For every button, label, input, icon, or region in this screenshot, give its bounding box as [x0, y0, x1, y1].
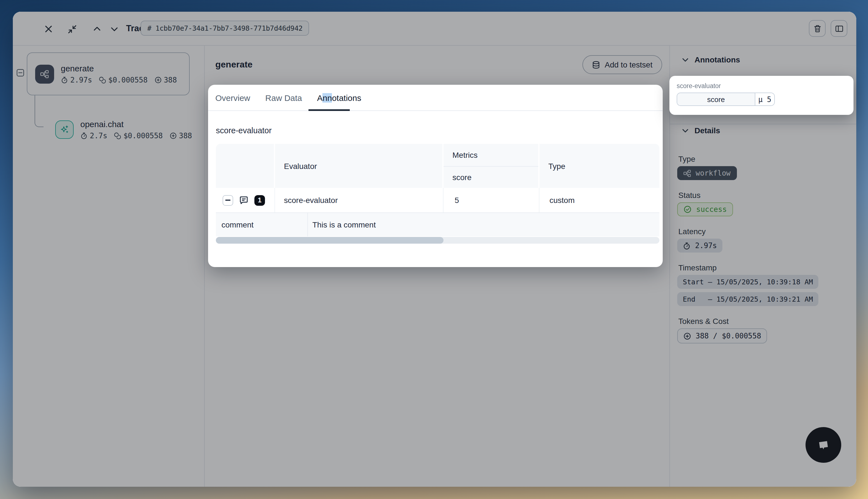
- comment-count-badge: 1: [254, 195, 265, 205]
- cell-evaluator: score-evaluator: [275, 188, 444, 212]
- cell-score: 5: [444, 188, 540, 212]
- tab-raw-data[interactable]: Raw Data: [265, 93, 302, 102]
- popover-evaluator-label: score-evaluator: [677, 83, 846, 89]
- score-metric-pill: score μ 5: [677, 93, 775, 106]
- comment-key-cell: comment: [216, 213, 308, 236]
- header-cell-metrics: Metrics score: [444, 144, 540, 188]
- tab-annotations[interactable]: Annotations: [317, 93, 361, 102]
- annotations-tab-card: Overview Raw Data Annotations score-eval…: [208, 85, 663, 267]
- tab-overview[interactable]: Overview: [215, 93, 250, 102]
- annotation-score-popover: score-evaluator score μ 5: [670, 76, 854, 115]
- minus-icon: [225, 199, 230, 201]
- header-cell-evaluator: Evaluator: [275, 144, 444, 188]
- comment-value-cell: This is a comment: [308, 213, 659, 236]
- horizontal-scrollbar-thumb[interactable]: [216, 237, 444, 244]
- metric-aggregate-segment[interactable]: μ 5: [755, 93, 774, 105]
- annotations-table: Evaluator Metrics score Type 1 score-eva…: [216, 144, 659, 244]
- active-tab-underline: [309, 109, 350, 111]
- row-checkbox-indeterminate[interactable]: [222, 195, 233, 205]
- tab-bar: Overview Raw Data Annotations: [208, 85, 663, 111]
- horizontal-scrollbar-track: [216, 237, 659, 244]
- header-cell-metric-score: score: [444, 166, 538, 188]
- header-cell-empty: [216, 144, 275, 188]
- desktop: Trace # 1cbb70e7-34a1-7bb7-3498-771b7d46…: [0, 0, 868, 499]
- header-cell-type: Type: [540, 144, 658, 188]
- comment-expansion-row: comment This is a comment: [216, 212, 659, 236]
- table-row: 1 score-evaluator 5 custom: [216, 188, 659, 212]
- evaluator-section-title: score-evaluator: [216, 126, 655, 135]
- metric-name-segment[interactable]: score: [677, 93, 755, 105]
- comment-icon[interactable]: [239, 195, 249, 205]
- table-header: Evaluator Metrics score Type: [216, 144, 659, 188]
- cell-type: custom: [540, 188, 658, 212]
- text-selection-highlight: nn: [323, 93, 332, 102]
